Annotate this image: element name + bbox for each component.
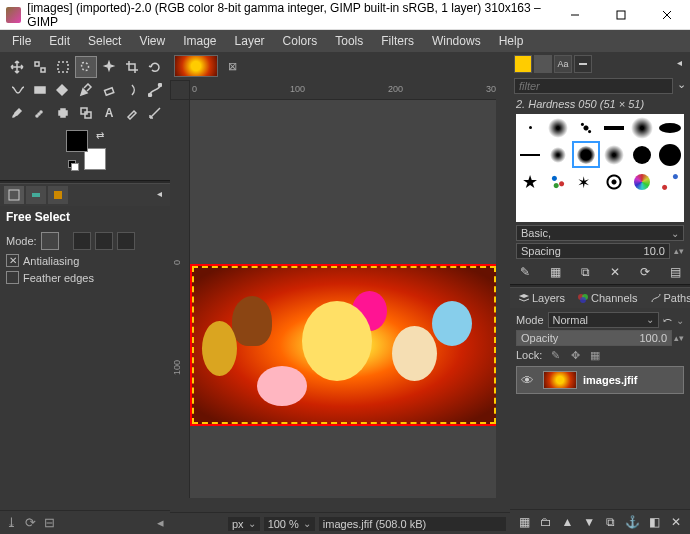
tool-fuzzy-select[interactable]: [98, 56, 120, 78]
layer-thumbnail[interactable]: [543, 371, 577, 389]
unit-selector[interactable]: px: [228, 517, 260, 531]
filter-clear-icon[interactable]: ⌄: [677, 78, 686, 94]
brushes-tab[interactable]: [514, 55, 532, 73]
menu-colors[interactable]: Colors: [275, 32, 326, 50]
brush-item-selected[interactable]: [572, 141, 600, 168]
tool-brush[interactable]: [6, 102, 28, 124]
antialiasing-checkbox[interactable]: ✕: [6, 254, 19, 267]
mode-intersect[interactable]: [117, 232, 135, 250]
tool-warp[interactable]: [6, 79, 28, 101]
image-tab-thumbnail[interactable]: [174, 55, 218, 77]
tool-smudge[interactable]: [121, 79, 143, 101]
swap-colors-icon[interactable]: ⇄: [96, 130, 104, 141]
undo-history-tab[interactable]: [48, 186, 68, 204]
brush-item[interactable]: [656, 168, 684, 195]
canvas-image[interactable]: [190, 264, 496, 426]
layer-name[interactable]: images.jfif: [583, 374, 637, 386]
brush-item[interactable]: [628, 141, 656, 168]
ruler-corner[interactable]: [170, 80, 190, 100]
brush-item[interactable]: [628, 114, 656, 141]
dock-menu-icon[interactable]: ◂: [673, 55, 686, 73]
menu-image[interactable]: Image: [175, 32, 224, 50]
opacity-slider[interactable]: Opacity 100.0: [516, 330, 672, 346]
brush-item[interactable]: [600, 114, 628, 141]
color-swatches[interactable]: ⇄: [66, 130, 106, 170]
menu-tools[interactable]: Tools: [327, 32, 371, 50]
brush-spacing-field[interactable]: Spacing 10.0: [516, 243, 670, 259]
tool-clone[interactable]: [75, 102, 97, 124]
mode-switch-icon[interactable]: ⤺: [663, 314, 672, 327]
tool-crop[interactable]: [121, 56, 143, 78]
lock-pixels-icon[interactable]: ✎: [548, 348, 562, 362]
brush-item[interactable]: [628, 168, 656, 195]
close-button[interactable]: [644, 0, 690, 30]
patterns-tab[interactable]: [534, 55, 552, 73]
delete-tool-preset-icon[interactable]: ⊟: [44, 515, 55, 530]
delete-layer-icon[interactable]: ✕: [668, 514, 684, 530]
refresh-brushes-icon[interactable]: ⟳: [636, 264, 654, 280]
new-brush-icon[interactable]: ▦: [546, 264, 564, 280]
mode-add[interactable]: [73, 232, 91, 250]
tool-airbrush[interactable]: [29, 102, 51, 124]
brush-filter-input[interactable]: [514, 78, 673, 94]
horizontal-scrollbar[interactable]: [190, 498, 496, 512]
fonts-tab[interactable]: Aa: [554, 55, 572, 73]
edit-brush-icon[interactable]: ✎: [516, 264, 534, 280]
channels-tab[interactable]: Channels: [573, 290, 641, 306]
delete-brush-icon[interactable]: ✕: [606, 264, 624, 280]
brush-item[interactable]: [600, 168, 628, 195]
menu-help[interactable]: Help: [491, 32, 532, 50]
lock-alpha-icon[interactable]: ▦: [588, 348, 602, 362]
menu-layer[interactable]: Layer: [227, 32, 273, 50]
open-as-image-icon[interactable]: ▤: [666, 264, 684, 280]
new-group-icon[interactable]: 🗀: [538, 514, 554, 530]
tool-pencil[interactable]: [75, 79, 97, 101]
menu-select[interactable]: Select: [80, 32, 129, 50]
mode-subtract[interactable]: [95, 232, 113, 250]
horizontal-ruler[interactable]: 0 100 200 300: [190, 80, 496, 100]
duplicate-brush-icon[interactable]: ⧉: [576, 264, 594, 280]
brush-preset-selector[interactable]: Basic,: [516, 225, 684, 241]
tool-rotate[interactable]: [144, 56, 166, 78]
brush-item[interactable]: [544, 114, 572, 141]
device-status-tab[interactable]: [26, 186, 46, 204]
tool-align[interactable]: [29, 56, 51, 78]
new-layer-icon[interactable]: ▦: [516, 514, 532, 530]
restore-tool-preset-icon[interactable]: ⟳: [25, 515, 36, 530]
merge-layer-icon[interactable]: ⚓: [625, 514, 641, 530]
menu-windows[interactable]: Windows: [424, 32, 489, 50]
canvas-viewport[interactable]: [190, 100, 496, 498]
brush-item[interactable]: [656, 141, 684, 168]
reset-colors-icon[interactable]: [68, 160, 78, 170]
tool-eraser[interactable]: [98, 79, 120, 101]
tab-menu-icon[interactable]: ◂: [153, 186, 166, 204]
tool-heal[interactable]: [52, 102, 74, 124]
vertical-ruler[interactable]: 0 100: [170, 100, 190, 498]
brush-item[interactable]: [600, 141, 628, 168]
tool-measure[interactable]: [144, 102, 166, 124]
minimize-button[interactable]: [552, 0, 598, 30]
feather-checkbox[interactable]: [6, 271, 19, 284]
vertical-scrollbar[interactable]: [496, 100, 510, 498]
zoom-selector[interactable]: 100 %: [264, 517, 315, 531]
menu-file[interactable]: File: [4, 32, 39, 50]
save-tool-preset-icon[interactable]: ⤓: [6, 515, 17, 530]
tool-free-select[interactable]: [75, 56, 97, 78]
brush-item[interactable]: ✶: [572, 168, 600, 195]
tool-text[interactable]: A: [98, 102, 120, 124]
brush-item[interactable]: [656, 114, 684, 141]
brush-item[interactable]: [516, 141, 544, 168]
tool-rect-select[interactable]: [52, 56, 74, 78]
fg-color-swatch[interactable]: [66, 130, 88, 152]
mask-layer-icon[interactable]: ◧: [646, 514, 662, 530]
tool-move[interactable]: [6, 56, 28, 78]
tool-options-tab[interactable]: [4, 186, 24, 204]
mode-replace[interactable]: [41, 232, 59, 250]
layers-tab[interactable]: Layers: [514, 290, 569, 306]
brush-item[interactable]: [516, 114, 544, 141]
gradients-tab[interactable]: [574, 55, 592, 73]
lower-layer-icon[interactable]: ▼: [581, 514, 597, 530]
tool-paths[interactable]: [144, 79, 166, 101]
paths-tab[interactable]: Paths: [646, 290, 690, 306]
brush-item[interactable]: ★: [516, 168, 544, 195]
